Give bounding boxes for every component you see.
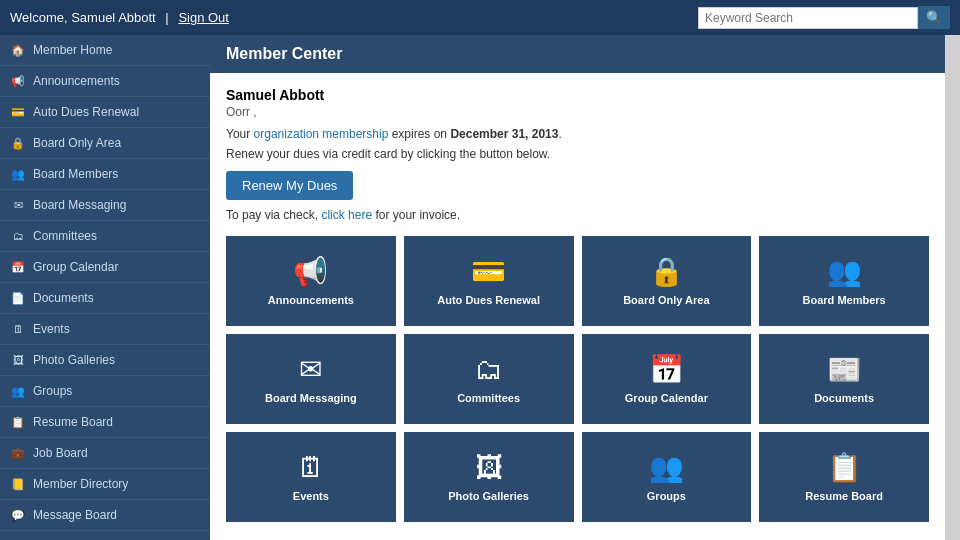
- check-post: for your invoice.: [372, 208, 460, 222]
- search-button[interactable]: 🔍: [918, 6, 950, 29]
- signout-link[interactable]: Sign Out: [178, 10, 229, 25]
- layout: 🏠 Member Home 📢 Announcements 💳 Auto Due…: [0, 35, 960, 540]
- tile-board-members[interactable]: 👥 Board Members: [759, 236, 929, 326]
- sidebar-item-photo-galleries[interactable]: 🖼 Photo Galleries: [0, 345, 210, 376]
- tile-events[interactable]: 🗓 Events: [226, 432, 396, 522]
- tile-announcements[interactable]: 📢 Announcements: [226, 236, 396, 326]
- announcements-tile-label: Announcements: [268, 294, 354, 306]
- sidebar-label-message-board: Message Board: [33, 508, 117, 522]
- announcements-tile-icon: 📢: [293, 258, 328, 286]
- sidebar-label-board-only-area: Board Only Area: [33, 136, 121, 150]
- photo-galleries-icon: 🖼: [10, 352, 26, 368]
- membership-expiry: December 31, 2013: [450, 127, 558, 141]
- tile-group-calendar[interactable]: 📅 Group Calendar: [582, 334, 752, 424]
- tile-board-only-area[interactable]: 🔒 Board Only Area: [582, 236, 752, 326]
- renew-dues-button[interactable]: Renew My Dues: [226, 171, 353, 200]
- events-tile-icon: 🗓: [297, 454, 325, 482]
- membership-message: Your organization membership expires on …: [226, 127, 929, 141]
- message-board-icon: 💬: [10, 507, 26, 523]
- resume-board-tile-label: Resume Board: [805, 490, 883, 502]
- tile-resume-board[interactable]: 📋 Resume Board: [759, 432, 929, 522]
- events-icon: 🗓: [10, 321, 26, 337]
- announcements-icon: 📢: [10, 73, 26, 89]
- check-link[interactable]: click here: [321, 208, 372, 222]
- sidebar-item-member-directory[interactable]: 📒 Member Directory: [0, 469, 210, 500]
- user-org: Oorr ,: [226, 105, 929, 119]
- groups-icon: 👥: [10, 383, 26, 399]
- sidebar-label-board-messaging: Board Messaging: [33, 198, 126, 212]
- membership-post: .: [558, 127, 561, 141]
- groups-tile-icon: 👥: [649, 454, 684, 482]
- member-home-icon: 🏠: [10, 42, 26, 58]
- sidebar-item-board-only-area[interactable]: 🔒 Board Only Area: [0, 128, 210, 159]
- groups-tile-label: Groups: [647, 490, 686, 502]
- group-calendar-tile-label: Group Calendar: [625, 392, 708, 404]
- board-messaging-icon: ✉: [10, 197, 26, 213]
- sidebar-label-auto-dues-renewal: Auto Dues Renewal: [33, 105, 139, 119]
- membership-pre: Your: [226, 127, 254, 141]
- renew-message: Renew your dues via credit card by click…: [226, 147, 929, 161]
- sidebar-item-events[interactable]: 🗓 Events: [0, 314, 210, 345]
- sidebar-label-groups: Groups: [33, 384, 72, 398]
- sidebar-label-committees: Committees: [33, 229, 97, 243]
- separator: |: [165, 10, 168, 25]
- sidebar-item-committees[interactable]: 🗂 Committees: [0, 221, 210, 252]
- tile-documents[interactable]: 📰 Documents: [759, 334, 929, 424]
- search-bar: 🔍: [698, 6, 950, 29]
- board-members-tile-icon: 👥: [827, 258, 862, 286]
- sidebar-item-groups[interactable]: 👥 Groups: [0, 376, 210, 407]
- sidebar-item-announcements[interactable]: 📢 Announcements: [0, 66, 210, 97]
- membership-link[interactable]: organization membership: [254, 127, 389, 141]
- sidebar-label-group-calendar: Group Calendar: [33, 260, 118, 274]
- events-tile-label: Events: [293, 490, 329, 502]
- board-messaging-tile-icon: ✉: [299, 356, 322, 384]
- sidebar-label-announcements: Announcements: [33, 74, 120, 88]
- board-only-area-icon: 🔒: [10, 135, 26, 151]
- sidebar-label-member-home: Member Home: [33, 43, 112, 57]
- sidebar-item-message-board[interactable]: 💬 Message Board: [0, 500, 210, 531]
- sidebar-item-board-members[interactable]: 👥 Board Members: [0, 159, 210, 190]
- sidebar-label-job-board: Job Board: [33, 446, 88, 460]
- sidebar-item-board-messaging[interactable]: ✉ Board Messaging: [0, 190, 210, 221]
- auto-dues-renewal-tile-label: Auto Dues Renewal: [437, 294, 540, 306]
- sidebar-label-photo-galleries: Photo Galleries: [33, 353, 115, 367]
- tile-board-messaging[interactable]: ✉ Board Messaging: [226, 334, 396, 424]
- sidebar-label-documents: Documents: [33, 291, 94, 305]
- sidebar-label-resume-board: Resume Board: [33, 415, 113, 429]
- sidebar-item-group-calendar[interactable]: 📅 Group Calendar: [0, 252, 210, 283]
- documents-tile-label: Documents: [814, 392, 874, 404]
- sidebar-item-resume-board[interactable]: 📋 Resume Board: [0, 407, 210, 438]
- check-message: To pay via check, click here for your in…: [226, 208, 929, 222]
- photo-galleries-tile-icon: 🖼: [475, 454, 503, 482]
- main-body: Samuel Abbott Oorr , Your organization m…: [210, 73, 945, 536]
- sidebar-item-documents[interactable]: 📄 Documents: [0, 283, 210, 314]
- auto-dues-renewal-tile-icon: 💳: [471, 258, 506, 286]
- tile-committees[interactable]: 🗂 Committees: [404, 334, 574, 424]
- welcome-area: Welcome, Samuel Abbott | Sign Out: [10, 10, 229, 25]
- sidebar-label-board-members: Board Members: [33, 167, 118, 181]
- group-calendar-tile-icon: 📅: [649, 356, 684, 384]
- photo-galleries-tile-label: Photo Galleries: [448, 490, 529, 502]
- job-board-icon: 💼: [10, 445, 26, 461]
- sidebar-label-events: Events: [33, 322, 70, 336]
- main-content: Member Center Samuel Abbott Oorr , Your …: [210, 35, 945, 540]
- topbar: Welcome, Samuel Abbott | Sign Out 🔍: [0, 0, 960, 35]
- sidebar-item-job-board[interactable]: 💼 Job Board: [0, 438, 210, 469]
- sidebar-item-auto-dues-renewal[interactable]: 💳 Auto Dues Renewal: [0, 97, 210, 128]
- tile-auto-dues-renewal[interactable]: 💳 Auto Dues Renewal: [404, 236, 574, 326]
- resume-board-icon: 📋: [10, 414, 26, 430]
- sidebar: 🏠 Member Home 📢 Announcements 💳 Auto Due…: [0, 35, 210, 540]
- tile-photo-galleries[interactable]: 🖼 Photo Galleries: [404, 432, 574, 522]
- user-name: Samuel Abbott: [226, 87, 929, 103]
- auto-dues-renewal-icon: 💳: [10, 104, 26, 120]
- tiles-grid: 📢 Announcements 💳 Auto Dues Renewal 🔒 Bo…: [226, 236, 929, 522]
- sidebar-item-my-account[interactable]: 👤 My Account: [0, 531, 210, 540]
- scrollbar[interactable]: [945, 35, 960, 540]
- resume-board-tile-icon: 📋: [827, 454, 862, 482]
- member-directory-icon: 📒: [10, 476, 26, 492]
- search-input[interactable]: [698, 7, 918, 29]
- welcome-text: Welcome, Samuel Abbott: [10, 10, 156, 25]
- committees-tile-label: Committees: [457, 392, 520, 404]
- sidebar-item-member-home[interactable]: 🏠 Member Home: [0, 35, 210, 66]
- tile-groups[interactable]: 👥 Groups: [582, 432, 752, 522]
